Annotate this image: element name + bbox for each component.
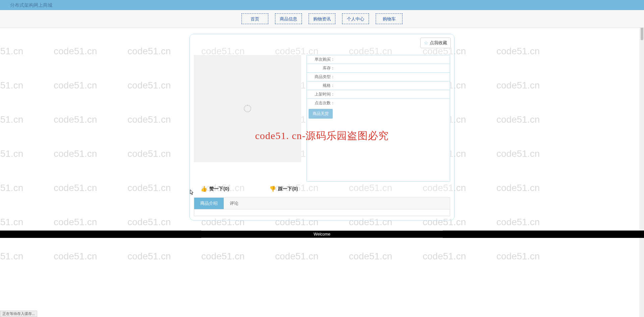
favorite-button[interactable]: ☆ 点我收藏: [420, 38, 451, 48]
thumb-up-icon: 👍: [201, 186, 207, 192]
product-info-box: 单次购买： 库存： 商品类型： 规格： 上架时间： 点击次数： 商品无货: [307, 55, 450, 182]
info-row-purchase: 单次购买：: [307, 55, 450, 64]
info-label: 单次购买：: [310, 57, 335, 62]
info-label: 库存：: [310, 65, 335, 71]
nav-item-home[interactable]: 首页: [241, 13, 268, 24]
info-label: 商品类型：: [310, 74, 335, 80]
like-up-label: 赞一下(0): [209, 186, 229, 192]
info-label: 规格：: [310, 83, 335, 88]
nav-item-products[interactable]: 商品信息: [275, 13, 302, 24]
product-image-placeholder: [194, 55, 301, 162]
nav-item-news[interactable]: 购物资讯: [309, 13, 335, 24]
tabs-row: 商品介绍 评论: [194, 197, 450, 209]
footer-welcome: Welcome: [314, 232, 330, 237]
like-down-button[interactable]: 👎 踩一下(0): [269, 186, 298, 192]
nav-area: 首页 商品信息 购物资讯 个人中心 购物车: [0, 10, 644, 28]
thumb-down-icon: 👎: [269, 186, 276, 192]
app-title: 分布式架构网上商城: [10, 2, 52, 8]
tab-intro[interactable]: 商品介绍: [194, 198, 224, 209]
loading-spinner-icon: [244, 105, 251, 112]
star-icon: ☆: [424, 40, 428, 46]
tab-content: [194, 209, 450, 216]
top-header: 分布式架构网上商城: [0, 0, 644, 10]
info-row-shelf-time: 上架时间：: [307, 90, 450, 99]
info-label: 点击次数：: [310, 100, 335, 106]
main-panel: ☆ 点我收藏 单次购买： 库存： 商品类型： 规格： 上架时间： 点击次数：: [190, 34, 454, 220]
footer-inner: Welcome: [201, 231, 443, 238]
info-row-type: 商品类型：: [307, 73, 450, 81]
no-stock-button[interactable]: 商品无货: [309, 109, 333, 119]
nav-item-cart[interactable]: 购物车: [376, 13, 402, 24]
like-up-button[interactable]: 👍 赞一下(0): [201, 186, 229, 192]
info-row-stock: 库存：: [307, 64, 450, 73]
like-down-label: 踩一下(0): [278, 186, 298, 192]
tab-comment[interactable]: 评论: [224, 198, 245, 209]
info-row-clicks: 点击次数：: [307, 99, 450, 107]
info-row-spec: 规格：: [307, 81, 450, 90]
product-wrap: 单次购买： 库存： 商品类型： 规格： 上架时间： 点击次数： 商品无货: [194, 55, 450, 182]
favorite-label: 点我收藏: [430, 40, 447, 46]
nav-item-profile[interactable]: 个人中心: [342, 13, 369, 24]
footer: Welcome: [0, 231, 644, 238]
scrollbar[interactable]: [639, 0, 644, 317]
nav-row: 首页 商品信息 购物资讯 个人中心 购物车: [0, 13, 644, 24]
like-row: 👍 赞一下(0) 👎 踩一下(0): [194, 182, 450, 192]
info-label: 上架时间：: [310, 91, 335, 97]
status-bar: 正在等待存入缓存...: [0, 311, 37, 317]
